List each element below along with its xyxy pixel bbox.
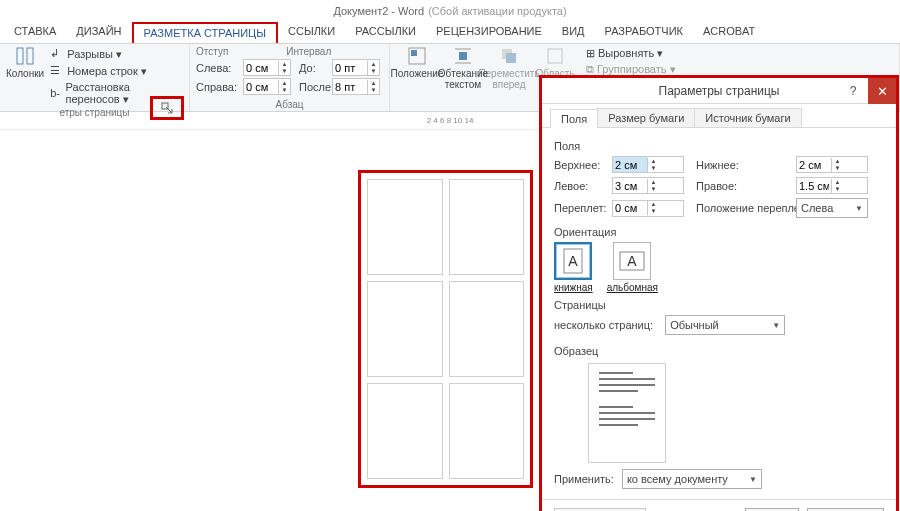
- orientation-header: Ориентация: [554, 226, 884, 238]
- indent-left-input[interactable]: ▲▼: [243, 59, 291, 76]
- dialog-tab-margins[interactable]: Поля: [550, 109, 598, 128]
- page-setup-dialog: Параметры страницы ? ✕ Поля Размер бумаг…: [539, 75, 899, 511]
- tab-mailings[interactable]: РАССЫЛКИ: [345, 22, 426, 43]
- spacing-header: Интервал: [286, 46, 331, 57]
- svg-text:A: A: [569, 253, 579, 269]
- page-thumbnails: [358, 170, 533, 488]
- svg-rect-1: [27, 48, 33, 64]
- svg-rect-3: [411, 50, 417, 56]
- apply-to-label: Применить:: [554, 473, 614, 485]
- multi-pages-label: несколько страниц:: [554, 319, 653, 331]
- doc-title: Документ2 - Word: [333, 5, 424, 17]
- dialog-title: Параметры страницы: [659, 84, 780, 98]
- page-thumb[interactable]: [449, 281, 525, 377]
- page-thumb[interactable]: [367, 179, 443, 275]
- page-thumb[interactable]: [367, 281, 443, 377]
- page-thumb[interactable]: [367, 383, 443, 479]
- tab-developer[interactable]: РАЗРАБОТЧИК: [595, 22, 693, 43]
- spacing-after-input[interactable]: ▲▼: [332, 78, 380, 95]
- margin-top-input[interactable]: ▲▼: [612, 156, 684, 173]
- dialog-tabs: Поля Размер бумаги Источник бумаги: [542, 104, 896, 128]
- tab-acrobat[interactable]: ACROBAT: [693, 22, 765, 43]
- align-button[interactable]: ⊞Выровнять ▾: [584, 46, 678, 61]
- margin-left-input[interactable]: ▲▼: [612, 177, 684, 194]
- preview-pane: [588, 363, 666, 463]
- columns-button[interactable]: Колонки: [6, 46, 44, 107]
- pages-header: Страницы: [554, 299, 884, 311]
- dialog-titlebar: Параметры страницы ? ✕: [542, 78, 896, 104]
- svg-rect-0: [17, 48, 23, 64]
- margins-header: Поля: [554, 140, 884, 152]
- preview-header: Образец: [554, 345, 884, 357]
- tab-insert[interactable]: СТАВКА: [4, 22, 66, 43]
- line-numbers-button[interactable]: ☰Номера строк ▾: [48, 63, 183, 79]
- title-bar: Документ2 - Word (Сбой активации продукт…: [0, 0, 900, 22]
- orientation-portrait[interactable]: A книжная: [554, 242, 593, 293]
- close-button[interactable]: ✕: [868, 78, 896, 104]
- svg-rect-8: [506, 53, 516, 63]
- page-thumb[interactable]: [449, 179, 525, 275]
- group-label-paragraph: Абзац: [196, 99, 383, 111]
- gutter-position-select[interactable]: Слева▼: [796, 198, 868, 218]
- tab-page-layout[interactable]: РАЗМЕТКА СТРАНИЦЫ: [132, 22, 278, 43]
- page-thumb[interactable]: [449, 383, 525, 479]
- breaks-button[interactable]: ↲Разрывы ▾: [48, 46, 183, 62]
- gutter-input[interactable]: ▲▼: [612, 200, 684, 217]
- indent-header: Отступ: [196, 46, 228, 57]
- margin-right-input[interactable]: ▲▼: [796, 177, 868, 194]
- orientation-landscape[interactable]: A альбомная: [607, 242, 658, 293]
- dialog-tab-paper[interactable]: Размер бумаги: [597, 108, 695, 127]
- dialog-tab-source[interactable]: Источник бумаги: [694, 108, 801, 127]
- tab-design[interactable]: ДИЗАЙН: [66, 22, 131, 43]
- tab-review[interactable]: РЕЦЕНЗИРОВАНИЕ: [426, 22, 552, 43]
- indent-right-input[interactable]: ▲▼: [243, 78, 291, 95]
- tab-references[interactable]: ССЫЛКИ: [278, 22, 345, 43]
- help-button[interactable]: ?: [840, 78, 866, 104]
- bring-forward-button[interactable]: Переместить вперед: [488, 46, 530, 99]
- svg-rect-9: [548, 49, 562, 63]
- activation-note: (Сбой активации продукта): [428, 5, 566, 17]
- ribbon-tabs: СТАВКА ДИЗАЙН РАЗМЕТКА СТРАНИЦЫ ССЫЛКИ Р…: [0, 22, 900, 44]
- margin-bottom-input[interactable]: ▲▼: [796, 156, 868, 173]
- multi-pages-select[interactable]: Обычный▼: [665, 315, 785, 335]
- tab-view[interactable]: ВИД: [552, 22, 595, 43]
- svg-rect-4: [459, 52, 467, 60]
- svg-text:A: A: [628, 253, 638, 269]
- apply-to-select[interactable]: ко всему документу▼: [622, 469, 762, 489]
- spacing-before-input[interactable]: ▲▼: [332, 59, 380, 76]
- page-setup-launcher[interactable]: [150, 96, 184, 120]
- position-button[interactable]: Положение: [396, 46, 438, 99]
